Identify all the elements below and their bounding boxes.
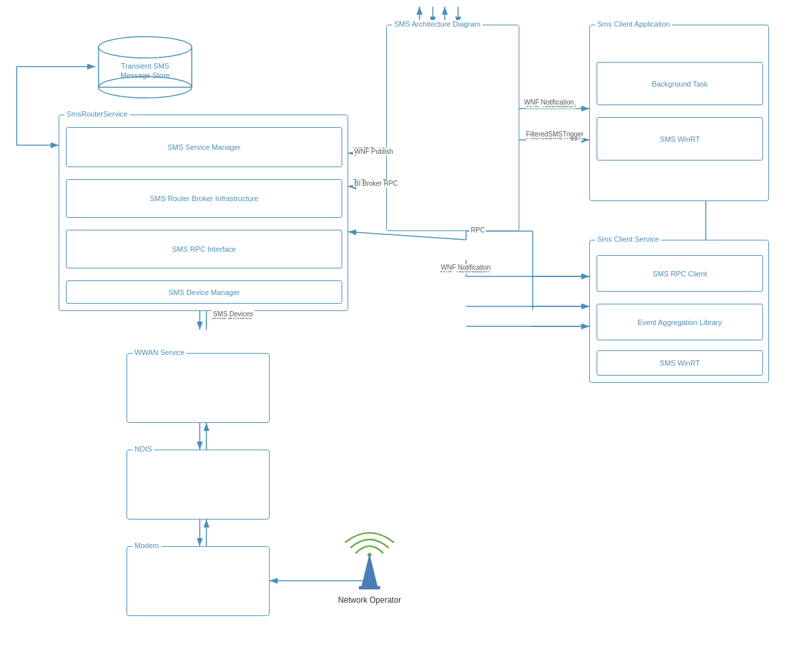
event-aggregation-label: Event Aggregation Library <box>638 318 722 326</box>
sms-device-manager-box: SMS Device Manager <box>66 280 342 304</box>
background-task-label: Background Task <box>652 80 708 88</box>
sms-router-service-label: SmsRouterService <box>65 110 130 118</box>
sms-router-broker-label: SMS Router Broker Infrastructure <box>150 194 258 202</box>
sms-client-service-box: Sms Client Service SMS RPC Client Event … <box>589 240 769 383</box>
bi-service-box: SMS Architecture Diagram <box>386 25 519 231</box>
svg-text:Message Store: Message Store <box>121 71 170 79</box>
svg-point-38 <box>99 37 192 58</box>
sms-rpc-interface-label: SMS RPC Interface <box>172 245 236 253</box>
network-operator-icon <box>336 526 403 593</box>
svg-line-11 <box>348 232 466 240</box>
diagram: WNF Publish BI Broker RPC RPC WNF Notifi… <box>0 0 791 672</box>
background-task-box: Background Task <box>597 62 763 105</box>
modem-label: Modem <box>132 541 161 549</box>
rpc-text: RPC <box>469 226 486 234</box>
sms-router-broker-box: SMS Router Broker Infrastructure <box>66 179 342 218</box>
sms-client-app-label: Sms Client Application <box>595 20 672 28</box>
sms-service-manager-label: SMS Service Manager <box>167 143 240 151</box>
wnf-notification-2-text: WNF Notification <box>439 264 492 271</box>
network-operator-label: Network Operator <box>338 595 401 605</box>
sms-winrt-top-label: SMS WinRT <box>660 135 700 143</box>
sms-client-app-box: Sms Client Application Background Task S… <box>589 25 769 201</box>
wwan-service-label: WWAN Service <box>132 348 186 356</box>
wnf-notification-1-text: WNF Notification <box>523 99 575 106</box>
ndis-label: NDIS <box>132 445 154 453</box>
sms-winrt-top-box: SMS WinRT <box>597 117 763 161</box>
modem-box: Modem <box>127 546 270 616</box>
sms-service-manager-box: SMS Service Manager <box>66 127 342 167</box>
wwan-service-box: WWAN Service <box>127 353 270 423</box>
wnf-publish-text: WNF Publish <box>353 148 394 155</box>
sms-client-service-label: Sms Client Service <box>595 235 661 243</box>
ndis-box: NDIS <box>127 450 270 519</box>
sms-rpc-client-label: SMS RPC Client <box>653 270 706 278</box>
bi-service-label: SMS Architecture Diagram <box>392 20 483 28</box>
bi-broker-rpc-text: BI Broker RPC <box>353 180 399 187</box>
svg-marker-43 <box>362 555 378 587</box>
sms-devices-text: SMS Devices <box>212 310 254 318</box>
transient-sms-store: Transient SMS Message Store <box>95 35 195 99</box>
sms-device-manager-label: SMS Device Manager <box>168 288 240 296</box>
sms-router-service-box: SmsRouterService SMS Service Manager SMS… <box>59 115 348 311</box>
sms-rpc-interface-box: SMS RPC Interface <box>66 230 342 268</box>
svg-text:Transient SMS: Transient SMS <box>121 62 169 70</box>
sms-winrt-bottom-label: SMS WinRT <box>660 359 700 367</box>
network-operator: Network Operator <box>326 526 413 605</box>
svg-rect-44 <box>359 586 380 589</box>
sms-winrt-bottom-box: SMS WinRT <box>597 350 763 376</box>
sms-rpc-client-box: SMS RPC Client <box>597 255 763 292</box>
filtered-sms-trigger-text: FilteredSMSTrigger <box>525 131 585 138</box>
event-aggregation-box: Event Aggregation Library <box>597 304 763 340</box>
